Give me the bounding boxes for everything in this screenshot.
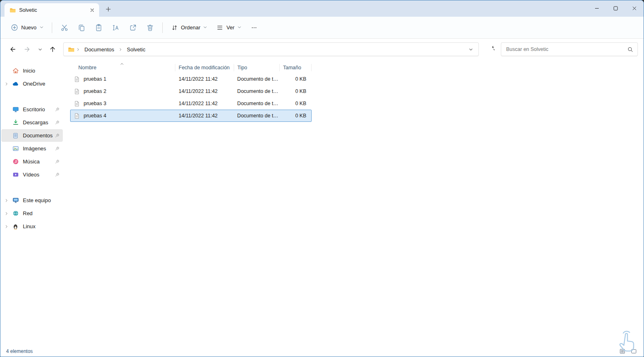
item-count: 4 elementos: [6, 348, 33, 354]
close-button[interactable]: [625, 0, 644, 16]
sidebar-item-documentos[interactable]: Documentos: [1, 129, 63, 142]
refresh-button[interactable]: [485, 43, 498, 56]
column-header-fecha[interactable]: Fecha de modificación: [175, 64, 234, 71]
music-icon: [11, 158, 20, 165]
sidebar-item-imagenes[interactable]: Imágenes: [1, 142, 63, 155]
chevron-right-icon[interactable]: [3, 225, 10, 229]
file-row-pruebas-4-selected[interactable]: pruebas 4 14/11/2022 11:42 Documento de …: [70, 110, 312, 122]
this-pc-icon: [11, 197, 20, 204]
sidebar-item-label: Linux: [23, 223, 60, 229]
documents-icon: [11, 132, 20, 139]
chevron-right-icon[interactable]: [3, 198, 10, 203]
column-header-tamano[interactable]: Tamaño: [280, 64, 312, 71]
network-icon: [11, 210, 20, 217]
view-button-label: Ver: [226, 24, 235, 31]
column-header-tipo[interactable]: Tipo: [234, 64, 280, 71]
home-icon: [11, 67, 20, 74]
toolbar-divider: [52, 22, 52, 33]
navigation-pane: Inicio OneDrive Escritorio: [0, 60, 64, 346]
chevron-right-icon[interactable]: [3, 212, 10, 216]
file-size: 0 KB: [279, 101, 311, 106]
chevron-down-icon: [203, 24, 207, 31]
onedrive-cloud-icon: [11, 80, 20, 88]
search-icon[interactable]: [627, 46, 633, 53]
share-button[interactable]: [124, 20, 142, 35]
file-type: Documento de te...: [234, 113, 280, 119]
explorer-tab[interactable]: Solvetic: [4, 3, 99, 17]
sidebar-item-inicio[interactable]: Inicio: [1, 64, 63, 77]
navigation-bar: Documentos Solvetic: [0, 39, 644, 60]
more-options-button[interactable]: [246, 20, 262, 35]
breadcrumb-chevron-icon[interactable]: [119, 48, 122, 51]
pin-icon: [54, 120, 60, 125]
chevron-down-icon: [40, 24, 44, 31]
sidebar-item-label: Imágenes: [23, 145, 54, 152]
large-icons-view-button[interactable]: [629, 347, 639, 355]
paste-button[interactable]: [90, 20, 107, 35]
sidebar-item-escritorio[interactable]: Escritorio: [1, 103, 63, 116]
videos-icon: [11, 171, 20, 178]
sidebar-item-label: Escritorio: [23, 106, 54, 112]
sidebar-item-este-equipo[interactable]: Este equipo: [1, 194, 63, 207]
text-document-icon: [74, 76, 80, 82]
sidebar-item-linux[interactable]: Linux: [1, 220, 63, 233]
delete-button[interactable]: [142, 20, 159, 35]
search-box[interactable]: [501, 42, 638, 56]
file-row-pruebas-1[interactable]: pruebas 1 14/11/2022 11:42 Documento de …: [70, 73, 312, 85]
new-tab-button[interactable]: [102, 3, 114, 15]
cut-button[interactable]: [56, 20, 73, 35]
command-toolbar: Nuevo Ordenar: [0, 17, 644, 39]
forward-button[interactable]: [21, 43, 34, 56]
sidebar-item-red[interactable]: Red: [1, 207, 63, 220]
sidebar-item-label: Documentos: [23, 132, 54, 139]
tab-strip: Solvetic: [0, 0, 644, 17]
up-button[interactable]: [46, 43, 59, 56]
folder-icon: [9, 7, 16, 13]
view-button[interactable]: Ver: [212, 20, 246, 35]
new-button[interactable]: Nuevo: [6, 20, 48, 35]
file-name: pruebas 3: [84, 101, 106, 106]
sort-button[interactable]: Ordenar: [166, 20, 212, 35]
explorer-body: Inicio OneDrive Escritorio: [0, 60, 644, 346]
linux-penguin-icon: [11, 223, 20, 230]
maximize-button[interactable]: [606, 0, 625, 16]
sidebar-item-label: Red: [23, 210, 60, 216]
back-button[interactable]: [6, 43, 19, 56]
pin-icon: [54, 172, 60, 177]
sidebar-item-label: Vídeos: [23, 172, 54, 178]
chevron-right-icon[interactable]: [3, 82, 10, 86]
file-list-pane: Nombre Fecha de modificación Tipo Tamaño…: [64, 60, 644, 346]
sidebar-item-onedrive[interactable]: OneDrive: [1, 77, 63, 90]
sidebar-item-label: Música: [23, 159, 54, 165]
sidebar-item-videos[interactable]: Vídeos: [1, 168, 63, 181]
file-date: 14/11/2022 11:42: [175, 88, 234, 94]
file-type: Documento de te...: [234, 88, 280, 94]
sidebar-item-label: Inicio: [23, 68, 60, 74]
sidebar-item-descargas[interactable]: Descargas: [1, 116, 63, 129]
copy-button[interactable]: [73, 20, 90, 35]
toolbar-divider: [162, 22, 163, 33]
tab-close-icon[interactable]: [88, 6, 97, 15]
recent-locations-chevron[interactable]: [35, 43, 44, 56]
sidebar-group-gap: [0, 90, 64, 103]
details-view-button[interactable]: [617, 347, 627, 355]
pin-icon: [54, 133, 60, 138]
search-input[interactable]: [505, 46, 625, 53]
file-row-pruebas-2[interactable]: pruebas 2 14/11/2022 11:42 Documento de …: [70, 85, 312, 97]
view-icon: [216, 24, 224, 31]
rename-button[interactable]: [107, 20, 124, 35]
tab-title: Solvetic: [19, 7, 84, 13]
pin-icon: [54, 159, 60, 164]
breadcrumb-solvetic[interactable]: Solvetic: [124, 45, 148, 54]
minimize-button[interactable]: [587, 0, 606, 16]
address-bar[interactable]: Documentos Solvetic: [63, 42, 479, 56]
sidebar-item-musica[interactable]: Música: [1, 155, 63, 168]
folder-icon: [68, 46, 75, 53]
breadcrumb-documentos[interactable]: Documentos: [82, 45, 117, 54]
circle-plus-icon: [11, 24, 18, 31]
file-type: Documento de te...: [234, 76, 280, 82]
pictures-icon: [11, 145, 20, 152]
file-row-pruebas-3[interactable]: pruebas 3 14/11/2022 11:42 Documento de …: [70, 97, 312, 110]
address-dropdown-chevron[interactable]: [465, 44, 476, 55]
file-date: 14/11/2022 11:42: [175, 101, 234, 106]
